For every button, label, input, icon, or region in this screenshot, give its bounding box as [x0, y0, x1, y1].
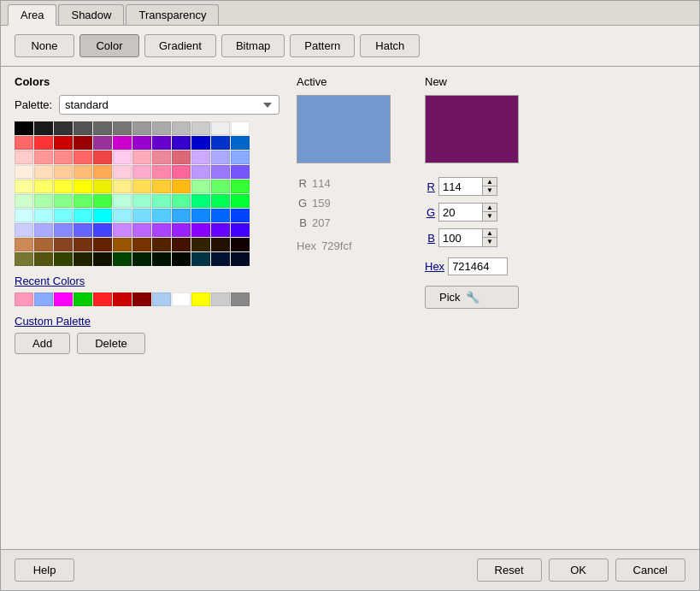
color-cell[interactable] [211, 252, 230, 266]
new-hex-input[interactable] [448, 257, 508, 275]
color-cell[interactable] [34, 238, 53, 251]
delete-button[interactable]: Delete [77, 333, 145, 354]
color-cell[interactable] [15, 238, 33, 251]
color-cell[interactable] [231, 151, 250, 164]
color-cell[interactable] [93, 121, 112, 135]
color-cell[interactable] [152, 194, 171, 208]
recent-color-cell[interactable] [191, 293, 210, 306]
color-cell[interactable] [172, 121, 191, 135]
recent-color-cell[interactable] [152, 293, 171, 306]
new-g-down[interactable]: ▼ [483, 212, 497, 221]
recent-color-cell[interactable] [15, 293, 33, 306]
color-cell[interactable] [132, 209, 151, 222]
color-cell[interactable] [152, 209, 171, 222]
color-cell[interactable] [113, 194, 132, 208]
color-cell[interactable] [93, 151, 112, 164]
color-cell[interactable] [152, 252, 171, 266]
color-cell[interactable] [34, 136, 53, 150]
color-cell[interactable] [231, 165, 250, 179]
help-button[interactable]: Help [15, 558, 74, 582]
cancel-button[interactable]: Cancel [615, 558, 685, 582]
new-r-spinner[interactable]: ▲ ▼ [438, 177, 497, 196]
recent-color-cell[interactable] [34, 293, 53, 306]
color-cell[interactable] [152, 238, 171, 251]
color-cell[interactable] [172, 238, 191, 251]
color-cell[interactable] [231, 194, 250, 208]
color-cell[interactable] [74, 238, 92, 251]
recent-color-cell[interactable] [211, 293, 230, 306]
color-cell[interactable] [172, 180, 191, 193]
color-cell[interactable] [54, 252, 73, 266]
color-cell[interactable] [132, 194, 151, 208]
color-cell[interactable] [34, 223, 53, 237]
color-cell[interactable] [191, 180, 210, 193]
color-cell[interactable] [113, 136, 132, 150]
color-cell[interactable] [152, 151, 171, 164]
color-cell[interactable] [191, 223, 210, 237]
pick-button[interactable]: Pick 🔧 [425, 286, 519, 309]
color-cell[interactable] [15, 165, 33, 179]
color-cell[interactable] [211, 194, 230, 208]
color-cell[interactable] [15, 194, 33, 208]
color-cell[interactable] [231, 136, 250, 150]
color-cell[interactable] [93, 223, 112, 237]
tab-area[interactable]: Area [8, 4, 56, 26]
color-cell[interactable] [152, 165, 171, 179]
color-cell[interactable] [74, 223, 92, 237]
color-cell[interactable] [132, 223, 151, 237]
color-cell[interactable] [211, 238, 230, 251]
color-cell[interactable] [15, 121, 33, 135]
color-cell[interactable] [172, 136, 191, 150]
color-cell[interactable] [93, 252, 112, 266]
color-cell[interactable] [132, 238, 151, 251]
color-cell[interactable] [191, 136, 210, 150]
color-cell[interactable] [34, 180, 53, 193]
new-r-up[interactable]: ▲ [483, 178, 497, 186]
ok-button[interactable]: OK [549, 558, 609, 582]
color-cell[interactable] [152, 136, 171, 150]
color-cell[interactable] [191, 194, 210, 208]
color-cell[interactable] [113, 165, 132, 179]
new-b-down[interactable]: ▼ [483, 238, 497, 246]
color-cell[interactable] [211, 151, 230, 164]
color-cell[interactable] [172, 151, 191, 164]
new-r-input[interactable] [439, 179, 482, 195]
color-cell[interactable] [15, 252, 33, 266]
color-cell[interactable] [74, 252, 92, 266]
color-cell[interactable] [132, 180, 151, 193]
color-cell[interactable] [54, 194, 73, 208]
new-g-up[interactable]: ▲ [483, 204, 497, 212]
color-cell[interactable] [231, 238, 250, 251]
color-cell[interactable] [74, 209, 92, 222]
color-cell[interactable] [132, 121, 151, 135]
color-cell[interactable] [34, 165, 53, 179]
color-cell[interactable] [15, 223, 33, 237]
color-cell[interactable] [74, 136, 92, 150]
color-cell[interactable] [113, 238, 132, 251]
new-r-down[interactable]: ▼ [483, 186, 497, 195]
pattern-button[interactable]: Pattern [290, 34, 355, 57]
color-cell[interactable] [54, 223, 73, 237]
color-cell[interactable] [152, 180, 171, 193]
recent-color-cell[interactable] [93, 293, 112, 306]
color-cell[interactable] [211, 209, 230, 222]
color-cell[interactable] [54, 136, 73, 150]
color-cell[interactable] [231, 252, 250, 266]
color-cell[interactable] [74, 194, 92, 208]
color-cell[interactable] [191, 165, 210, 179]
color-cell[interactable] [34, 121, 53, 135]
color-cell[interactable] [34, 151, 53, 164]
color-cell[interactable] [15, 136, 33, 150]
recent-color-cell[interactable] [54, 293, 73, 306]
color-cell[interactable] [93, 180, 112, 193]
color-cell[interactable] [54, 238, 73, 251]
none-button[interactable]: None [15, 34, 74, 57]
color-cell[interactable] [152, 121, 171, 135]
add-button[interactable]: Add [15, 333, 70, 354]
recent-color-cell[interactable] [231, 293, 250, 306]
recent-color-cell[interactable] [132, 293, 151, 306]
color-cell[interactable] [54, 209, 73, 222]
new-g-spinner[interactable]: ▲ ▼ [438, 203, 497, 222]
color-cell[interactable] [15, 151, 33, 164]
color-cell[interactable] [191, 151, 210, 164]
